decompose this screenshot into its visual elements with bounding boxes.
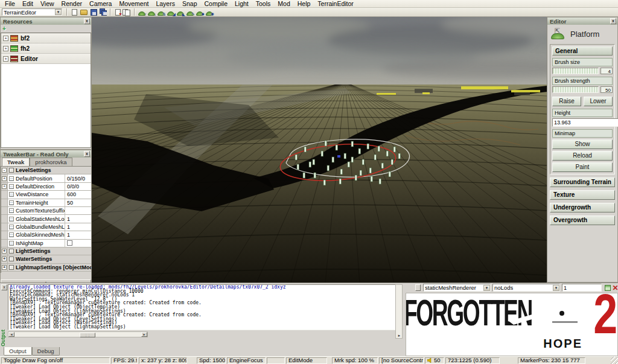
section-surrounding-terrain[interactable]: Surrounding Terrain xyxy=(550,177,615,187)
menu-camera[interactable]: Camera xyxy=(86,0,115,7)
close-icon[interactable]: x xyxy=(610,18,616,24)
tweaker-value[interactable]: 1 xyxy=(65,231,91,238)
resize-grip[interactable] xyxy=(611,357,618,364)
editor-titlebar[interactable]: Editor x xyxy=(547,18,617,25)
object-combobox[interactable]: ▼ xyxy=(423,284,491,292)
close-icon[interactable]: x xyxy=(84,151,90,157)
tab-output[interactable]: Output xyxy=(4,347,32,356)
tab-prokhorovka[interactable]: prokhorovka xyxy=(30,158,72,166)
tweaker-row-terrainheight[interactable]: TerrainHeight 50 xyxy=(1,199,91,207)
menu-mod[interactable]: Mod xyxy=(274,0,293,7)
isnightmap-checkbox[interactable] xyxy=(67,240,72,246)
console-vertical-scrollbar[interactable]: ► xyxy=(395,284,403,339)
tree-item-fh2[interactable]: + fh2 xyxy=(1,43,91,54)
menu-tools[interactable]: Tools xyxy=(252,0,275,7)
close-icon[interactable]: x xyxy=(84,18,90,24)
expand-icon[interactable]: + xyxy=(3,46,8,51)
terrain-lower-tool-icon[interactable]: ↓ xyxy=(147,8,156,16)
terrain-flatten-tool-icon[interactable]: ⇅ xyxy=(156,8,166,16)
terrain-viewport[interactable] xyxy=(92,17,547,283)
splitter-handle[interactable] xyxy=(415,284,421,291)
expand-icon[interactable]: + xyxy=(2,257,7,261)
paint-button[interactable]: Paint xyxy=(552,162,613,172)
chevron-down-icon[interactable]: ▼ xyxy=(483,285,490,291)
terrain-paint-tool-icon[interactable]: ✎ xyxy=(185,8,195,16)
tweakerbar-titlebar[interactable]: TweakerBar - Read Only x xyxy=(1,150,91,158)
raise-button[interactable]: Raise xyxy=(552,97,581,106)
menu-snap[interactable]: Snap xyxy=(179,0,201,7)
expand-icon[interactable]: + xyxy=(2,176,7,181)
menu-layers[interactable]: Layers xyxy=(152,0,179,7)
tweaker-group-lightmapsettings[interactable]: + LightmapSettings [ObjectMode] xyxy=(1,264,91,272)
property-combobox-value[interactable] xyxy=(493,285,553,291)
menu-render[interactable]: Render xyxy=(58,0,86,7)
collapse-icon[interactable]: - xyxy=(2,168,7,173)
section-undergrowth[interactable]: Undergrowth xyxy=(550,203,615,212)
expand-icon[interactable]: + xyxy=(2,265,7,270)
tweaker-value[interactable] xyxy=(65,207,91,214)
clear-icon[interactable]: ✕ xyxy=(611,284,618,292)
brush-strength-value[interactable]: 50 xyxy=(600,86,613,93)
terrain-water-tool-icon[interactable]: ✺ xyxy=(205,8,214,16)
tweaker-group-lightsettings[interactable]: + LightSettings xyxy=(1,247,91,255)
general-header[interactable]: General xyxy=(552,46,613,56)
tweaker-row-defaultposition[interactable]: + DefaultPosition 0/150/0 xyxy=(1,174,91,182)
tweaker-group-levelsettings[interactable]: - LevelSettings xyxy=(1,167,91,174)
show-button[interactable]: Show xyxy=(552,139,613,149)
close-icon[interactable]: x xyxy=(1,284,7,290)
menu-movement[interactable]: Movement xyxy=(115,0,152,7)
scroll-right-icon[interactable]: ► xyxy=(397,334,402,337)
menu-terraineditor[interactable]: TerrainEditor xyxy=(314,0,357,7)
tweaker-row-globalskinnedmeshloddistance[interactable]: GlobalSkinnedMeshLodDi... 1 xyxy=(1,231,91,239)
brush-size-value[interactable]: 4 xyxy=(600,68,613,74)
open-folder-icon[interactable] xyxy=(79,8,89,16)
reload-button[interactable]: Reload xyxy=(552,151,613,161)
tree-item-bf2[interactable]: + bf2 xyxy=(1,33,91,43)
tree-item-editor[interactable]: + Editor xyxy=(1,54,91,64)
tweaker-row-defaultdirection[interactable]: + DefaultDirection 0/0/0 xyxy=(1,183,91,191)
editor-mode-combobox[interactable]: ▼ xyxy=(2,8,62,16)
add-resource-icon[interactable]: + xyxy=(2,26,6,32)
tweaker-row-viewdistance[interactable]: ViewDistance 600 xyxy=(1,191,91,199)
console-horizontal-scrollbar[interactable]: ◄ ⋮⋮ ► xyxy=(8,331,148,337)
brush-strength-slider[interactable] xyxy=(552,86,599,93)
apply-icon[interactable] xyxy=(604,284,611,292)
expand-icon[interactable]: + xyxy=(3,36,8,41)
menu-view[interactable]: View xyxy=(37,0,58,7)
menu-light[interactable]: Light xyxy=(231,0,252,7)
object-combobox-value[interactable] xyxy=(424,285,483,291)
height-input[interactable] xyxy=(552,118,618,127)
save-all-icon[interactable] xyxy=(98,8,108,16)
brush-size-slider[interactable] xyxy=(552,68,599,74)
terrain-ramp-tool-icon[interactable]: ◣ xyxy=(176,8,185,16)
resources-titlebar[interactable]: Resources x xyxy=(1,18,91,25)
terrain-raise-tool-icon[interactable]: ↑ xyxy=(137,8,147,16)
menu-help[interactable]: Help xyxy=(294,0,314,7)
expand-icon[interactable]: + xyxy=(3,56,8,62)
lower-button[interactable]: Lower xyxy=(584,97,613,106)
tweaker-group-watersettings[interactable]: + WaterSettings xyxy=(1,255,91,263)
menu-compile[interactable]: Compile xyxy=(200,0,231,7)
tweaker-value[interactable]: 1 xyxy=(65,215,91,222)
scroll-left-icon[interactable]: ◄ xyxy=(8,332,14,337)
scrollbar-thumb[interactable]: ⋮⋮ xyxy=(80,333,95,337)
terrain-smooth-tool-icon[interactable]: ◢ xyxy=(166,8,176,16)
editor-mode-value[interactable] xyxy=(2,9,55,15)
copy-icon[interactable] xyxy=(123,8,132,16)
tweaker-value[interactable]: 0/150/0 xyxy=(65,174,91,182)
new-file-icon[interactable] xyxy=(69,8,79,16)
chevron-down-icon[interactable]: ▼ xyxy=(553,285,559,291)
menu-file[interactable]: File xyxy=(1,0,19,7)
tweaker-value[interactable]: 600 xyxy=(65,191,91,198)
tweaker-value[interactable]: 1 xyxy=(65,223,91,231)
expand-icon[interactable]: + xyxy=(2,184,7,189)
property-combobox[interactable]: ▼ xyxy=(492,284,560,292)
terrain-noise-tool-icon[interactable]: ✹ xyxy=(195,8,205,16)
tab-tweak[interactable]: Tweak xyxy=(2,158,30,166)
tweaker-value[interactable]: 0/0/0 xyxy=(65,183,91,190)
tweaker-row-customtexturesuffix[interactable]: CustomTextureSuffix xyxy=(1,207,91,215)
tweaker-value[interactable]: 50 xyxy=(65,199,91,206)
tweaker-row-globalstaticmeshloddistance[interactable]: GlobalStaticMeshLodDista... 1 xyxy=(1,215,91,223)
tweaker-row-globalbundlemeshloddistance[interactable]: GlobalBundleMeshLodDist... 1 xyxy=(1,223,91,231)
menu-edit[interactable]: Edit xyxy=(19,0,37,7)
